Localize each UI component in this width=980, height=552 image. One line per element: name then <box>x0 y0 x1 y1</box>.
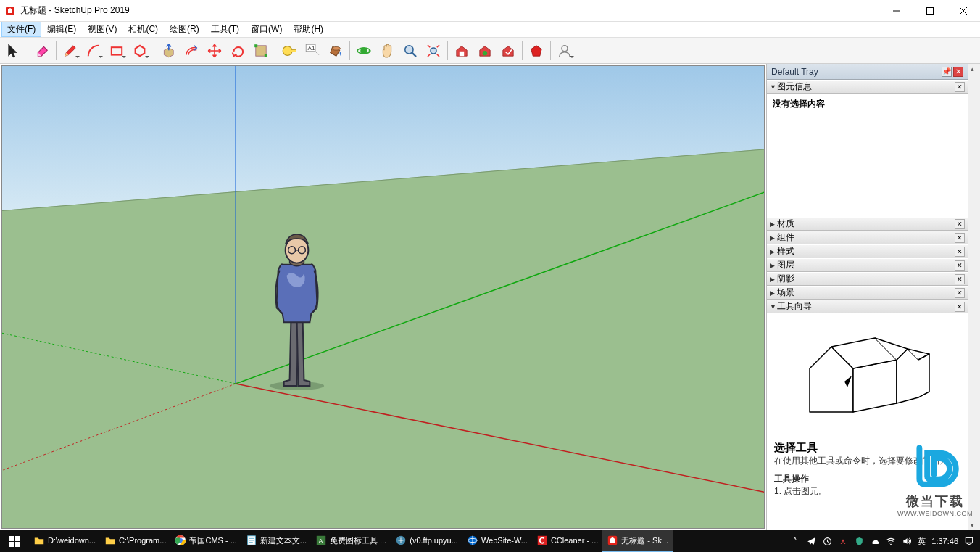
svg-point-16 <box>405 45 413 53</box>
tray-sync-icon[interactable] <box>822 536 832 546</box>
panel-header-4[interactable]: ▶图层✕ <box>767 258 968 272</box>
panel-close-icon[interactable]: ✕ <box>955 233 965 243</box>
panel-close-icon[interactable]: ✕ <box>955 219 965 229</box>
tape-tool[interactable] <box>278 40 300 62</box>
minimize-button[interactable] <box>880 0 913 21</box>
taskbar-item[interactable]: WebSite-W... <box>462 530 532 552</box>
svg-point-21 <box>562 45 568 51</box>
taskbar-item[interactable]: 帝国CMS - ... <box>170 530 241 552</box>
system-tray: ˄ ⋏ 英 1:37:46 <box>784 530 980 552</box>
menu-e[interactable]: 编辑(E) <box>41 22 82 37</box>
tray-onedrive-icon[interactable] <box>870 536 880 546</box>
arc-tool[interactable] <box>83 40 104 62</box>
svg-rect-35 <box>9 536 14 541</box>
menu-w[interactable]: 窗口(W) <box>245 22 288 37</box>
svg-rect-5 <box>112 47 122 54</box>
zoom-extents-tool[interactable] <box>423 40 444 62</box>
panel-close-icon[interactable]: ✕ <box>955 247 965 257</box>
taskbar-item[interactable]: 新建文本文... <box>241 530 311 552</box>
line-tool[interactable] <box>59 40 81 62</box>
panel-header-5[interactable]: ▶阴影✕ <box>767 272 968 286</box>
panel-close-icon[interactable]: ✕ <box>955 288 965 298</box>
svg-text:A1: A1 <box>308 45 315 52</box>
tray-network-icon[interactable] <box>886 536 896 546</box>
close-button[interactable] <box>947 0 980 21</box>
pin-icon[interactable]: 📌 <box>942 67 952 77</box>
start-button[interactable] <box>0 530 29 552</box>
panel-close-icon[interactable]: ✕ <box>955 274 965 284</box>
ext-warehouse-tool[interactable] <box>474 40 496 62</box>
viewport-3d[interactable] <box>1 65 765 529</box>
user-tool[interactable] <box>554 40 576 62</box>
default-tray: Default Tray 📌 ✕ ▼图元信息✕没有选择内容▶材质✕▶组件✕▶样式… <box>766 64 968 530</box>
taskbar-item[interactable]: CCleaner - ... <box>532 530 602 552</box>
menu-h[interactable]: 帮助(H) <box>288 22 329 37</box>
instructor-illustration <box>795 325 940 427</box>
svg-point-18 <box>431 48 436 54</box>
taskbar-item[interactable]: D:\weidown... <box>29 530 100 552</box>
maximize-button[interactable] <box>913 0 947 21</box>
paint-tool[interactable] <box>325 40 346 62</box>
tray-scrollbar[interactable] <box>968 64 980 530</box>
zoom-tool[interactable] <box>399 40 421 62</box>
scale-tool[interactable] <box>250 40 272 62</box>
panel-header-2[interactable]: ▶组件✕ <box>767 231 968 244</box>
menu-t[interactable]: 工具(T) <box>205 22 245 37</box>
warehouse-tool[interactable] <box>451 40 473 62</box>
close-icon[interactable]: ✕ <box>953 67 963 77</box>
panel-close-icon[interactable]: ✕ <box>955 260 965 271</box>
taskbar-item[interactable]: A免费图标工具 ... <box>311 530 391 552</box>
ext-manager-tool[interactable] <box>497 40 519 62</box>
instructor-desc: 在使用其他工具或命令时，选择要修改的图元。 <box>774 455 960 467</box>
tray-title: Default Tray <box>771 67 818 77</box>
tray-up-icon[interactable]: ˄ <box>790 536 800 546</box>
panel-header-3[interactable]: ▶样式✕ <box>767 244 968 258</box>
instructor-title: 选择工具 <box>774 441 960 455</box>
tray-shield-icon[interactable] <box>854 536 864 546</box>
rectangle-tool[interactable] <box>106 40 128 62</box>
panel-close-icon[interactable]: ✕ <box>955 82 965 92</box>
titlebar: 无标题 - SketchUp Pro 2019 <box>0 0 980 22</box>
tray-people-icon[interactable]: ⋏ <box>838 536 848 546</box>
instructor-body: 选择工具在使用其他工具或命令时，选择要修改的图元。工具操作1. 点击图元。 <box>767 313 968 530</box>
notifications-icon[interactable] <box>964 536 974 546</box>
offset-tool[interactable] <box>180 40 202 62</box>
pushpull-tool[interactable] <box>157 40 179 62</box>
panel-header-1[interactable]: ▶材质✕ <box>767 217 968 231</box>
svg-rect-10 <box>291 49 296 52</box>
svg-rect-7 <box>254 44 257 47</box>
entity-info-body: 没有选择内容 <box>767 94 968 217</box>
menu-c[interactable]: 相机(C) <box>122 22 164 37</box>
select-tool[interactable] <box>3 40 25 62</box>
taskbar-item[interactable]: 无标题 - Sk... <box>602 530 673 552</box>
panel-header-6[interactable]: ▶场景✕ <box>767 286 968 300</box>
panel-header-0[interactable]: ▼图元信息✕ <box>767 80 968 94</box>
clock[interactable]: 1:37:46 <box>931 537 958 545</box>
menu-f[interactable]: 文件(F) <box>1 22 41 37</box>
orbit-tool[interactable] <box>353 40 375 62</box>
svg-point-20 <box>483 51 487 55</box>
menubar: 文件(F)编辑(E)视图(V)相机(C)绘图(R)工具(T)窗口(W)帮助(H) <box>0 22 980 38</box>
svg-line-17 <box>412 52 416 57</box>
taskbar-item[interactable]: (v0.ftp.upyu... <box>391 530 462 552</box>
ime-indicator[interactable]: 英 <box>918 536 926 547</box>
ruby-tool[interactable] <box>526 40 547 62</box>
pan-tool[interactable] <box>376 40 398 62</box>
panel-header-7[interactable]: ▼工具向导✕ <box>767 300 968 313</box>
eraser-tool[interactable] <box>31 40 53 62</box>
circle-tool[interactable] <box>129 40 151 62</box>
panel-close-icon[interactable]: ✕ <box>955 302 965 312</box>
window-title: 无标题 - SketchUp Pro 2019 <box>20 4 880 17</box>
svg-rect-37 <box>9 542 14 547</box>
taskbar-item[interactable]: C:\Program... <box>100 530 170 552</box>
move-tool[interactable] <box>204 40 225 62</box>
rotate-tool[interactable] <box>227 40 249 62</box>
text-tool[interactable]: A1 <box>302 40 323 62</box>
tray-volume-icon[interactable] <box>902 536 912 546</box>
instructor-subtitle: 工具操作 <box>774 473 960 485</box>
menu-r[interactable]: 绘图(R) <box>164 22 205 37</box>
tray-telegram-icon[interactable] <box>806 536 816 546</box>
menu-v[interactable]: 视图(V) <box>82 22 122 37</box>
tray-header[interactable]: Default Tray 📌 ✕ <box>767 64 968 80</box>
svg-rect-19 <box>460 51 464 55</box>
